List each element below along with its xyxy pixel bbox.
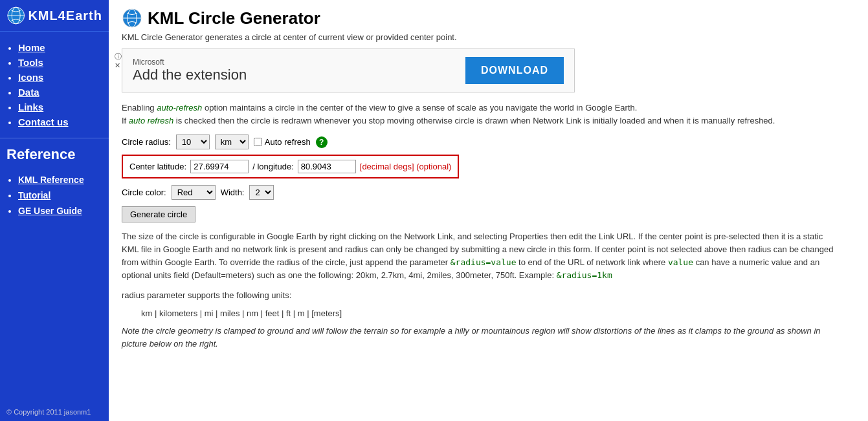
ad-banner: ⓘ✕ Microsoft Add the extension DOWNLOAD (122, 49, 575, 92)
ad-headline: Add the extension (133, 67, 247, 83)
auto-refresh-text: Auto refresh (265, 137, 311, 147)
desc-italic1: auto-refresh (157, 103, 202, 113)
auto-refresh-checkbox[interactable] (254, 138, 262, 146)
radius-unit-select[interactable]: km mi nm feet m (215, 135, 249, 149)
center-label: Center latitude: (129, 162, 186, 171)
logo-text: KML4Earth (28, 8, 102, 23)
param-code: &radius=value (451, 257, 517, 267)
sidebar-item-tools[interactable]: Tools (18, 57, 109, 68)
lon-separator: / longitude: (252, 162, 294, 171)
globe-icon (6, 5, 25, 26)
sidebar-link-home[interactable]: Home (18, 42, 45, 53)
sidebar-item-kml-reference[interactable]: KML Reference (18, 175, 109, 185)
radius-controls-row: Circle radius: 10 5 20 50 100 km mi nm f… (122, 135, 855, 149)
note-text: Note the circle geometry is clamped to g… (122, 325, 834, 351)
latitude-input[interactable]: 27.69974 (190, 160, 249, 173)
radius-supports-text: radius parameter supports the following … (122, 290, 291, 300)
sidebar-nav: Home Tools Icons Data Links Contact us (0, 32, 109, 138)
desc-line1-prefix: Enabling (122, 103, 157, 113)
sidebar-item-home[interactable]: Home (18, 42, 109, 53)
copyright-text: © Copyright 2011 jasonm1 (0, 403, 109, 421)
desc-line2-prefix: If (122, 116, 129, 125)
info-paragraph-2: radius parameter supports the following … (122, 289, 834, 302)
sidebar-link-contact[interactable]: Contact us (18, 116, 69, 127)
sidebar-item-icons[interactable]: Icons (18, 72, 109, 83)
units-line: km | kilometers | mi | miles | nm | feet… (141, 308, 855, 318)
width-label: Width: (221, 188, 245, 197)
radius-label: Circle radius: (122, 137, 171, 147)
desc-line2-rest: is checked then the circle is redrawn wh… (173, 116, 775, 125)
sidebar-link-kml-reference[interactable]: KML Reference (18, 175, 84, 185)
longitude-input[interactable]: 80.9043 (298, 160, 356, 173)
page-title: KML Circle Generator (148, 8, 320, 28)
desc-line1-middle: option maintains a circle in the center … (202, 103, 637, 113)
sidebar-reference-title: Reference (0, 138, 109, 167)
color-row: Circle color: Red Blue Green Yellow Whit… (122, 185, 855, 200)
sidebar-item-data[interactable]: Data (18, 87, 109, 98)
ad-vendor: Microsoft (133, 58, 247, 67)
info-paragraph-1: The size of the circle is configurable i… (122, 230, 834, 283)
sidebar-link-data[interactable]: Data (18, 87, 39, 98)
ad-left: Microsoft Add the extension (133, 58, 247, 83)
description-block: Enabling auto-refresh option maintains a… (122, 102, 834, 127)
sidebar-item-contact[interactable]: Contact us (18, 116, 109, 127)
page-title-row: KML Circle Generator (122, 8, 855, 28)
ad-info-icon[interactable]: ⓘ✕ (115, 52, 122, 70)
ad-download-button[interactable]: DOWNLOAD (465, 57, 564, 84)
generate-circle-button[interactable]: Generate circle (122, 206, 195, 222)
sidebar-link-tutorial[interactable]: Tutorial (18, 190, 50, 200)
sidebar-ref-nav: KML Reference Tutorial GE User Guide (0, 167, 109, 228)
auto-refresh-label[interactable]: Auto refresh (254, 137, 311, 147)
color-select[interactable]: Red Blue Green Yellow White Black (172, 185, 216, 200)
value-code: value (668, 257, 693, 267)
sidebar-item-links[interactable]: Links (18, 102, 109, 113)
optional-text: [decimal degs] (optional) (360, 162, 452, 171)
sidebar-item-ge-user-guide[interactable]: GE User Guide (18, 206, 109, 216)
desc-italic2: auto refresh (129, 116, 173, 125)
radius-select[interactable]: 10 5 20 50 100 (176, 135, 210, 149)
main-content: KML Circle Generator KML Circle Generato… (109, 0, 868, 421)
example-code: &radius=1km (557, 270, 612, 280)
title-globe-icon (122, 8, 142, 28)
help-icon[interactable]: ? (316, 136, 328, 148)
sidebar: KML4Earth Home Tools Icons Data Links Co… (0, 0, 109, 421)
sidebar-link-icons[interactable]: Icons (18, 72, 43, 83)
color-label: Circle color: (122, 188, 166, 197)
center-latlon-row: Center latitude: 27.69974 / longitude: 8… (122, 155, 459, 178)
sidebar-link-tools[interactable]: Tools (18, 57, 43, 68)
sidebar-link-ge-user-guide[interactable]: GE User Guide (18, 206, 82, 216)
page-subtitle: KML Circle Generator generates a circle … (122, 32, 855, 42)
sidebar-link-links[interactable]: Links (18, 102, 43, 113)
sidebar-item-tutorial[interactable]: Tutorial (18, 190, 109, 200)
units-text: km | kilometers | mi | miles | nm | feet… (141, 308, 342, 318)
sidebar-logo: KML4Earth (0, 0, 109, 32)
width-select[interactable]: 1 2 3 4 5 (249, 185, 274, 200)
